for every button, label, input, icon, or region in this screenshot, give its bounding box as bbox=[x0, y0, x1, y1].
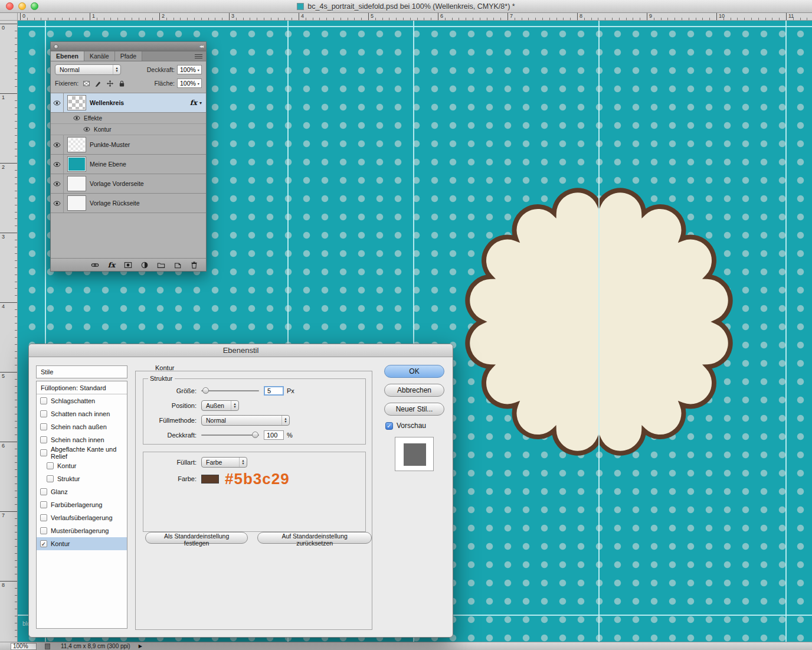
style-checkbox[interactable] bbox=[40, 527, 47, 534]
blend-method-select[interactable]: Normal ▲▼ bbox=[201, 415, 290, 426]
style-list-item[interactable]: ✓ Kontur bbox=[37, 537, 127, 550]
style-list-item[interactable]: Schein nach innen bbox=[37, 433, 127, 446]
style-list-item[interactable]: Verlaufsüberlagerung bbox=[37, 511, 127, 524]
style-list-item[interactable]: Farbüberlagerung bbox=[37, 498, 127, 511]
guide-vertical[interactable] bbox=[598, 21, 600, 642]
style-checkbox[interactable] bbox=[40, 449, 47, 456]
ruler-top[interactable]: 01234567891011 bbox=[18, 13, 812, 21]
status-menu-arrow[interactable]: ▶ bbox=[139, 644, 142, 649]
effect-row[interactable]: Effekte bbox=[51, 113, 206, 124]
position-select[interactable]: Außen ▲▼ bbox=[201, 400, 239, 411]
visibility-toggle[interactable] bbox=[51, 155, 64, 174]
slider-thumb[interactable] bbox=[252, 432, 258, 438]
style-checkbox[interactable] bbox=[40, 423, 47, 430]
layer-style-icon[interactable]: fx bbox=[107, 260, 116, 270]
reset-default-button[interactable]: Auf Standardeinstellung zurücksetzen bbox=[257, 532, 372, 544]
layer-row[interactable]: Meine Ebene bbox=[51, 155, 206, 174]
tab-kanaele[interactable]: Kanäle bbox=[84, 51, 115, 61]
visibility-toggle[interactable] bbox=[51, 194, 64, 213]
layer-thumbnail[interactable] bbox=[68, 157, 86, 171]
fill-type-select[interactable]: Farbe ▲▼ bbox=[201, 457, 247, 468]
ruler-left[interactable]: 012345678 bbox=[0, 21, 18, 642]
document-info[interactable]: 11,4 cm x 8,9 cm (300 ppi) bbox=[61, 643, 130, 649]
style-list-item[interactable]: Schein nach außen bbox=[37, 420, 127, 433]
blend-mode-select[interactable]: Normal ▲▼ bbox=[55, 64, 121, 75]
tab-ebenen[interactable]: Ebenen bbox=[51, 51, 84, 61]
size-slider[interactable] bbox=[201, 387, 259, 394]
style-checkbox[interactable] bbox=[40, 514, 47, 521]
minimize-button[interactable] bbox=[18, 2, 26, 10]
color-swatch[interactable] bbox=[201, 475, 219, 484]
layer-row[interactable]: Vorlage Vorderseite bbox=[51, 174, 206, 194]
style-checkbox[interactable] bbox=[40, 501, 47, 508]
panel-collapse-icon[interactable]: ◂◂ bbox=[199, 44, 203, 49]
layer-thumbnail[interactable] bbox=[68, 177, 86, 191]
delete-layer-icon[interactable] bbox=[189, 260, 199, 270]
visibility-toggle[interactable] bbox=[51, 174, 64, 193]
ruler-tick-label: 3 bbox=[231, 14, 234, 19]
style-checkbox[interactable] bbox=[40, 410, 47, 417]
lock-position-button[interactable] bbox=[105, 79, 114, 88]
link-layers-icon[interactable] bbox=[90, 260, 100, 270]
document-proxy-icon[interactable] bbox=[297, 3, 304, 10]
style-checkbox[interactable] bbox=[47, 475, 54, 482]
panel-menu-icon[interactable] bbox=[195, 54, 202, 58]
dialog-titlebar[interactable]: Ebenenstil bbox=[29, 344, 453, 357]
tab-pfade[interactable]: Pfade bbox=[115, 51, 142, 61]
style-list-item[interactable]: Schlagschatten bbox=[37, 394, 127, 407]
zoom-button[interactable] bbox=[31, 2, 38, 10]
layer-row[interactable]: Vorlage Rückseite bbox=[51, 194, 206, 213]
window-titlebar[interactable]: bc_4s_portrait_sidefold.psd bei 100% (We… bbox=[0, 0, 812, 13]
lock-transparency-button[interactable] bbox=[81, 79, 91, 88]
layer-row[interactable]: Wellenkreis fx ▾ bbox=[51, 93, 206, 113]
set-default-button[interactable]: Als Standardeinstellung festlegen bbox=[145, 532, 248, 544]
styles-header[interactable]: Stile bbox=[36, 365, 127, 378]
guide-vertical[interactable] bbox=[785, 21, 787, 642]
zoom-field[interactable]: 100% bbox=[11, 643, 37, 650]
slider-thumb[interactable] bbox=[202, 387, 209, 394]
new-layer-icon[interactable] bbox=[173, 260, 182, 270]
new-style-button[interactable]: Neuer Stil... bbox=[384, 403, 444, 416]
fill-options-item[interactable]: Fülloptionen: Standard bbox=[37, 381, 127, 394]
guide-horizontal[interactable] bbox=[18, 26, 812, 27]
panel-header[interactable]: ◂◂ bbox=[51, 42, 206, 51]
layer-row[interactable]: Punkte-Muster bbox=[51, 135, 206, 155]
visibility-toggle[interactable] bbox=[73, 115, 80, 122]
style-checkbox[interactable] bbox=[40, 397, 47, 404]
stroke-opacity-input[interactable]: 100 bbox=[264, 430, 284, 440]
layer-thumbnail[interactable] bbox=[68, 138, 86, 152]
style-list-item[interactable]: Kontur bbox=[37, 459, 127, 472]
adjustment-layer-icon[interactable] bbox=[140, 260, 149, 270]
style-checkbox[interactable] bbox=[40, 436, 47, 443]
style-list-item[interactable]: Struktur bbox=[37, 472, 127, 485]
size-input[interactable]: 5 bbox=[264, 386, 284, 396]
layer-thumbnail[interactable] bbox=[68, 196, 86, 210]
visibility-toggle[interactable] bbox=[51, 93, 64, 112]
preview-checkbox[interactable]: ✓ bbox=[385, 422, 393, 430]
ok-button[interactable]: OK bbox=[384, 365, 444, 378]
visibility-toggle[interactable] bbox=[83, 126, 90, 133]
layer-mask-icon[interactable] bbox=[123, 260, 133, 270]
lock-all-button[interactable] bbox=[117, 79, 126, 88]
layer-thumbnail[interactable] bbox=[68, 96, 86, 110]
fx-badge[interactable]: fx bbox=[190, 99, 197, 107]
effect-row[interactable]: Kontur bbox=[51, 124, 206, 135]
new-group-icon[interactable] bbox=[156, 260, 166, 270]
style-list-item[interactable]: Glanz bbox=[37, 485, 127, 498]
style-list-item[interactable]: Schatten nach innen bbox=[37, 407, 127, 420]
visibility-toggle[interactable] bbox=[51, 135, 64, 154]
lock-pixels-button[interactable] bbox=[93, 79, 103, 88]
effects-collapse-icon[interactable]: ▾ bbox=[199, 100, 202, 106]
style-checkbox[interactable] bbox=[47, 462, 54, 469]
panel-close-icon[interactable] bbox=[54, 44, 58, 49]
fill-field[interactable]: 100% ▾ bbox=[177, 79, 202, 88]
cancel-button[interactable]: Abbrechen bbox=[384, 384, 444, 397]
close-button[interactable] bbox=[6, 2, 14, 10]
style-list-item[interactable]: Musterüberlagerung bbox=[37, 524, 127, 537]
style-checkbox[interactable]: ✓ bbox=[40, 540, 47, 547]
ruler-corner[interactable] bbox=[0, 13, 18, 21]
style-checkbox[interactable] bbox=[40, 488, 47, 495]
stroke-opacity-slider[interactable] bbox=[201, 431, 259, 439]
opacity-field[interactable]: 100% ▾ bbox=[177, 65, 202, 74]
style-list-item[interactable]: Abgeflachte Kante und Relief bbox=[37, 446, 127, 459]
